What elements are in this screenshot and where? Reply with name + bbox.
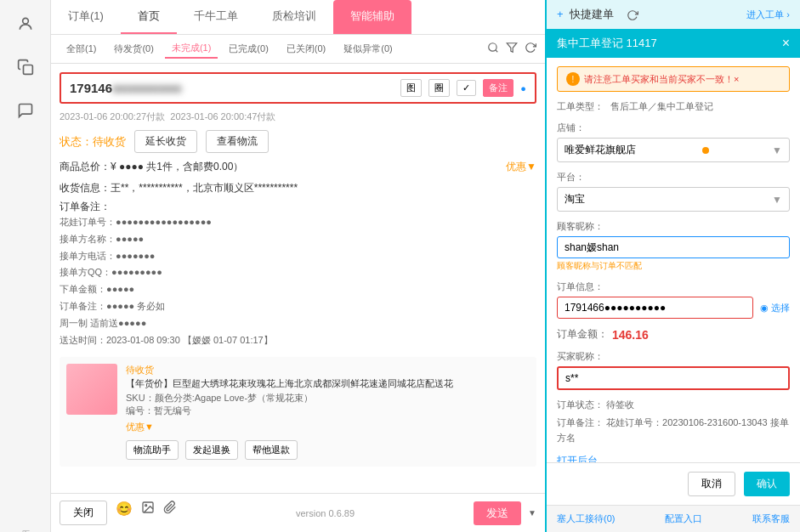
- sub-tabs: 全部(1) 待发货(0) 未完成(1) 已完成(0) 已关闭(0) 疑似异常(0…: [51, 35, 545, 64]
- order-status-detail-label: 订单状态：: [557, 399, 604, 410]
- logistics-assistant-btn[interactable]: 物流助手: [126, 440, 179, 460]
- remark-line-4: 下单金额：●●●●●: [60, 281, 536, 298]
- quick-build-header: + 快捷建单 进入工单 ›: [547, 0, 800, 29]
- image-icon[interactable]: [141, 501, 155, 525]
- platform-select[interactable]: 淘宝 ▼: [557, 187, 790, 212]
- search-icon[interactable]: [487, 42, 499, 56]
- human-service-link[interactable]: 塞人工接待(0): [557, 512, 615, 525]
- remark-line-3: 接单方QQ：●●●●●●●●●: [60, 264, 536, 281]
- product-details: 待收货 【年货价】巨型超大绣球花束玫瑰花上海北京成都深圳鲜花速递同城花店配送花 …: [126, 364, 530, 460]
- order-remark-detail-label: 订单备注：: [557, 417, 604, 427]
- product-discount: 优惠▼: [126, 421, 530, 433]
- order-type-value: 售后工单／集中工单登记: [610, 100, 713, 113]
- platform-value: 淘宝: [565, 192, 585, 207]
- config-entry-link[interactable]: 配置入口: [665, 512, 702, 525]
- remark-line-0: 花娃订单号：●●●●●●●●●●●●●●●●●: [60, 214, 536, 231]
- extend-receipt-btn[interactable]: 延长收货: [134, 130, 197, 153]
- amount-value: 146.16: [612, 328, 649, 342]
- customer-error-msg: 顾客昵称与订单不匹配: [557, 260, 790, 272]
- panel-content: ! 请注意工单买家和当前买家不一致！× 工单类型： 售后工单／集中工单登记 店铺…: [547, 58, 800, 462]
- buyer-label: 买家昵称：: [557, 350, 790, 363]
- platform-row: 平台： 淘宝 ▼: [557, 171, 790, 212]
- main-content: 订单(1) 首页 千牛工单 质检培训 智能辅助 全部(1) 待发货(0) 未完成…: [51, 0, 545, 532]
- filter-icon[interactable]: [506, 42, 518, 56]
- tab-smart[interactable]: 智能辅助: [333, 0, 411, 34]
- attachment-icon[interactable]: [163, 501, 177, 525]
- order-number: 179146●●●●●●●●●: [70, 81, 394, 95]
- svg-line-3: [496, 50, 498, 53]
- remark-section: 订单备注： 花娃订单号：●●●●●●●●●●●●●●●●● 接单方名称：●●●●…: [60, 200, 536, 348]
- sub-tab-abnormal[interactable]: 疑似异常(0): [337, 40, 399, 58]
- tab-quality[interactable]: 质检培训: [255, 0, 333, 34]
- order-info-label: 订单信息：: [557, 280, 790, 293]
- sub-tab-all[interactable]: 全部(1): [60, 40, 103, 58]
- sidebar-user-icon[interactable]: [10, 8, 41, 39]
- backend-link[interactable]: 打开后台: [557, 455, 598, 462]
- product-name: 【年货价】巨型超大绣球花束玫瑰花上海北京成都深圳鲜花速递同城花店配送花: [126, 376, 530, 392]
- warning-box: ! 请注意工单买家和当前买家不一致！×: [557, 66, 790, 92]
- check-logistics-btn[interactable]: 查看物流: [206, 130, 269, 153]
- bottom-icons: 关闭 😊: [60, 501, 177, 525]
- tab-home[interactable]: 首页: [121, 0, 177, 34]
- panel-footer: 取消 确认: [547, 462, 800, 505]
- platform-label: 平台：: [557, 171, 790, 184]
- panel-title: 集中工单登记 11417: [557, 36, 657, 51]
- order-btn-image[interactable]: 图: [400, 79, 422, 97]
- sub-tab-done[interactable]: 已完成(0): [222, 40, 275, 58]
- panel-close-btn[interactable]: ×: [782, 36, 790, 51]
- order-area: 179146●●●●●●●●● 图 圈 ✓ 备注 ● 2023-01-06 20…: [51, 64, 545, 493]
- emoji-icon[interactable]: 😊: [116, 501, 133, 525]
- refund-btn[interactable]: 帮他退款: [245, 440, 298, 460]
- enter-order-link[interactable]: 进入工单 ›: [746, 8, 790, 21]
- return-exchange-btn[interactable]: 发起退换: [185, 440, 238, 460]
- sidebar-message-icon[interactable]: [10, 95, 41, 126]
- svg-point-2: [489, 43, 496, 51]
- send-button[interactable]: 发送: [474, 501, 521, 525]
- order-info-input[interactable]: [557, 297, 753, 319]
- order-remark-detail-row: 订单备注： 花娃订单号：20230106-231600-13043 接单方名: [557, 416, 790, 445]
- platform-chevron-icon: ▼: [772, 194, 782, 206]
- confirm-button[interactable]: 确认: [744, 472, 790, 496]
- order-time: 2023-01-06 20:00:27付款 2023-01-06 20:00:4…: [60, 110, 536, 123]
- version-text: version 0.6.89: [296, 508, 355, 518]
- cancel-button[interactable]: 取消: [688, 472, 735, 496]
- svg-rect-1: [23, 65, 32, 75]
- remark-line-1: 接单方名称：●●●●●: [60, 231, 536, 248]
- refresh-icon[interactable]: [525, 42, 536, 56]
- top-tabs: 订单(1) 首页 千牛工单 质检培训 智能辅助: [51, 0, 545, 35]
- store-select[interactable]: 唯爱鲜花旗舰店 ▼: [557, 138, 790, 162]
- order-btn-check[interactable]: ✓: [457, 80, 476, 96]
- send-dropdown-icon[interactable]: ▼: [528, 508, 536, 518]
- amount-label: 订单金额：: [557, 327, 608, 342]
- backend-link-row: 打开后台: [557, 454, 790, 462]
- right-panel: + 快捷建单 进入工单 › 集中工单登记 11417 × ! 请注意工单买家和当…: [545, 0, 800, 532]
- remark-label: 订单备注：: [60, 201, 111, 212]
- store-chevron-icon: ▼: [772, 144, 782, 156]
- sub-tab-pending[interactable]: 待发货(0): [107, 40, 160, 58]
- product-status: 待收货: [126, 364, 530, 376]
- close-button[interactable]: 关闭: [60, 501, 107, 525]
- tab-order[interactable]: 订单(1): [51, 0, 121, 34]
- sub-tab-closed[interactable]: 已关闭(0): [280, 40, 332, 58]
- sidebar: 历史: [0, 0, 51, 532]
- send-area: 发送 ▼: [474, 501, 536, 525]
- buyer-input[interactable]: [557, 366, 790, 390]
- select-order-link[interactable]: ◉ 选择: [760, 302, 790, 314]
- svg-point-6: [145, 505, 147, 507]
- order-btn-remark[interactable]: 备注: [483, 79, 513, 97]
- product-image: [66, 364, 117, 415]
- discount-btn[interactable]: 优惠▼: [506, 160, 536, 174]
- tab-workorder[interactable]: 千牛工单: [177, 0, 255, 34]
- order-status-detail-row: 订单状态： 待签收: [557, 399, 790, 411]
- order-btn-circle[interactable]: 圈: [428, 79, 450, 97]
- product-sku: SKU：颜色分类:Agape Love-梦（常规花束）: [126, 392, 530, 405]
- contact-service-link[interactable]: 联系客服: [752, 512, 790, 525]
- product-actions: 物流助手 发起退换 帮他退款: [126, 440, 530, 460]
- sidebar-copy-icon[interactable]: [10, 52, 41, 82]
- warning-text: 请注意工单买家和当前买家不一致！×: [584, 73, 739, 86]
- buyer-row: 买家昵称：: [557, 350, 790, 390]
- customer-input[interactable]: [557, 236, 790, 258]
- order-info-row: 订单信息： ◉ 选择: [557, 280, 790, 319]
- sub-tab-incomplete[interactable]: 未完成(1): [165, 39, 218, 59]
- status-row: 状态：待收货 延长收货 查看物流: [60, 130, 536, 153]
